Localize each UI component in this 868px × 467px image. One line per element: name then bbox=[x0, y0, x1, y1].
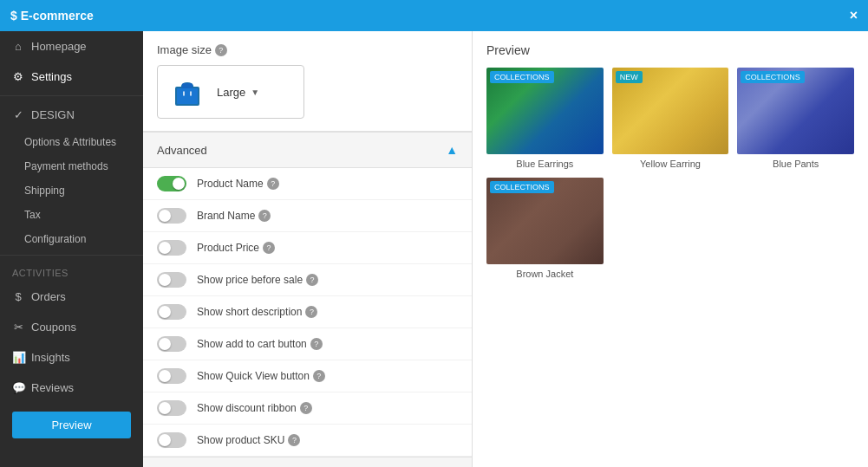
sidebar-label-insights: Insights bbox=[31, 351, 70, 364]
preview-grid: COLLECTIONSBlue EarringsNEWYellow Earrin… bbox=[486, 68, 854, 279]
sidebar-item-homepage[interactable]: ⌂ Homepage bbox=[0, 31, 143, 62]
sidebar-label-payment: Payment methods bbox=[24, 160, 108, 172]
toggle-help-icon-0[interactable]: ? bbox=[267, 178, 279, 190]
sidebar-item-options[interactable]: Options & Attributes bbox=[0, 130, 143, 154]
toggle-row-0: Product Name ? bbox=[143, 168, 472, 200]
home-icon: ⌂ bbox=[12, 40, 24, 53]
toggle-knob-3 bbox=[159, 274, 171, 286]
preview-button[interactable]: Preview bbox=[12, 412, 131, 438]
preview-item-2[interactable]: COLLECTIONSBlue Pants bbox=[737, 68, 854, 169]
sidebar-item-settings[interactable]: ⚙ Settings bbox=[0, 62, 143, 92]
sidebar-label-shipping: Shipping bbox=[24, 185, 65, 197]
toggle-row-3: Show price before sale ? bbox=[143, 264, 472, 296]
toggle-switch-1[interactable] bbox=[157, 208, 186, 224]
toggle-knob-1 bbox=[159, 210, 171, 222]
toggle-switch-7[interactable] bbox=[157, 400, 186, 416]
image-size-label: Image size ? bbox=[157, 43, 458, 56]
toggle-help-icon-8[interactable]: ? bbox=[288, 434, 300, 446]
sidebar-label-settings: Settings bbox=[31, 70, 72, 83]
sidebar-item-orders[interactable]: $ Orders bbox=[0, 282, 143, 312]
toggle-switch-3[interactable] bbox=[157, 272, 186, 288]
toggle-row-5: Show add to cart button ? bbox=[143, 328, 472, 360]
sidebar-divider-1 bbox=[0, 95, 143, 96]
content-area: Image size ? Large ▼ bbox=[143, 31, 868, 467]
preview-image-1: NEW bbox=[612, 68, 729, 154]
dollar-icon: $ bbox=[12, 290, 24, 303]
toggle-help-icon-4[interactable]: ? bbox=[305, 306, 317, 318]
preview-item-0[interactable]: COLLECTIONSBlue Earrings bbox=[486, 68, 604, 169]
toggle-switch-2[interactable] bbox=[157, 240, 186, 256]
coupon-icon: ✂ bbox=[12, 321, 24, 334]
toggle-knob-5 bbox=[159, 338, 171, 350]
toggle-help-icon-6[interactable]: ? bbox=[313, 370, 325, 382]
toggle-knob-4 bbox=[159, 306, 171, 318]
toggle-label-2: Product Price ? bbox=[197, 242, 275, 254]
image-size-dropdown[interactable]: Large ▼ bbox=[217, 86, 259, 99]
dropdown-arrow-icon: ▼ bbox=[251, 88, 259, 97]
toggle-knob-8 bbox=[159, 434, 171, 446]
sidebar-label-homepage: Homepage bbox=[31, 40, 87, 53]
preview-image-0: COLLECTIONS bbox=[486, 68, 604, 154]
sidebar-item-reviews[interactable]: 💬 Reviews bbox=[0, 373, 143, 403]
settings-panel: Image size ? Large ▼ bbox=[143, 31, 473, 467]
advanced-header[interactable]: Advanced ▲ bbox=[143, 132, 472, 168]
toggle-help-icon-2[interactable]: ? bbox=[263, 242, 275, 254]
sidebar-section-activities: Activities bbox=[0, 259, 143, 282]
preview-item-name-1: Yellow Earring bbox=[612, 159, 729, 169]
toggle-row-8: Show product SKU ? bbox=[143, 425, 472, 457]
sidebar-item-payment[interactable]: Payment methods bbox=[0, 154, 143, 178]
toggle-knob-2 bbox=[159, 242, 171, 254]
toggle-row-6: Show Quick View button ? bbox=[143, 360, 472, 392]
preview-item-3[interactable]: COLLECTIONSBrown Jacket bbox=[486, 178, 604, 279]
preview-image-3: COLLECTIONS bbox=[486, 178, 604, 264]
toggle-switch-5[interactable] bbox=[157, 336, 186, 352]
sidebar-item-coupons[interactable]: ✂ Coupons bbox=[0, 312, 143, 342]
sidebar-label-options: Options & Attributes bbox=[24, 136, 116, 148]
toggle-row-1: Brand Name ? bbox=[143, 200, 472, 232]
toggle-label-8: Show product SKU ? bbox=[197, 434, 300, 446]
chart-icon: 📊 bbox=[12, 351, 24, 364]
toggle-switch-4[interactable] bbox=[157, 304, 186, 320]
sidebar-label-design: DESIGN bbox=[31, 108, 75, 121]
toggle-switch-8[interactable] bbox=[157, 432, 186, 448]
toggle-switch-6[interactable] bbox=[157, 368, 186, 384]
toggle-help-icon-7[interactable]: ? bbox=[300, 402, 312, 414]
toggle-knob-0 bbox=[173, 178, 185, 190]
toggle-row-4: Show short description ? bbox=[143, 296, 472, 328]
app-title: $ E-commerce bbox=[10, 9, 94, 23]
toggle-row-2: Product Price ? bbox=[143, 232, 472, 264]
toggle-label-7: Show discount ribbon ? bbox=[197, 402, 312, 414]
toggle-label-3: Show price before sale ? bbox=[197, 274, 318, 286]
preview-item-1[interactable]: NEWYellow Earring bbox=[612, 68, 729, 169]
gear-icon: ⚙ bbox=[12, 70, 24, 83]
sidebar-item-shipping[interactable]: Shipping bbox=[0, 178, 143, 203]
toggle-switch-0[interactable] bbox=[157, 176, 186, 191]
preview-title: Preview bbox=[486, 43, 854, 57]
bag-icon bbox=[170, 75, 205, 109]
sidebar-item-tax[interactable]: Tax bbox=[0, 203, 143, 227]
preview-badge-0: COLLECTIONS bbox=[490, 71, 554, 83]
preview-badge-3: COLLECTIONS bbox=[490, 181, 554, 193]
toggle-help-icon-1[interactable]: ? bbox=[258, 210, 271, 222]
sidebar-label-orders: Orders bbox=[31, 290, 66, 303]
preview-image-2: COLLECTIONS bbox=[737, 68, 854, 154]
preview-badge-1: NEW bbox=[616, 71, 643, 83]
advanced-title: Advanced bbox=[157, 144, 207, 157]
sidebar-item-configuration[interactable]: Configuration bbox=[0, 227, 143, 251]
toggle-label-4: Show short description ? bbox=[197, 306, 317, 318]
preview-badge-2: COLLECTIONS bbox=[741, 71, 805, 83]
preview-panel: Preview COLLECTIONSBlue EarringsNEWYello… bbox=[473, 31, 868, 467]
toggle-label-1: Brand Name ? bbox=[197, 210, 271, 222]
sidebar-section-design: ✓ DESIGN bbox=[0, 100, 143, 130]
close-button[interactable]: × bbox=[850, 8, 858, 23]
svg-rect-2 bbox=[177, 88, 198, 104]
toggle-knob-6 bbox=[159, 370, 171, 382]
sidebar-item-insights[interactable]: 📊 Insights bbox=[0, 342, 143, 373]
image-size-section: Image size ? Large ▼ bbox=[143, 31, 472, 132]
check-icon: ✓ bbox=[12, 108, 24, 121]
toggle-help-icon-3[interactable]: ? bbox=[306, 274, 318, 286]
image-size-help-icon[interactable]: ? bbox=[215, 44, 227, 56]
preview-item-name-2: Blue Pants bbox=[737, 159, 854, 169]
toggle-help-icon-5[interactable]: ? bbox=[310, 338, 323, 350]
toggle-label-6: Show Quick View button ? bbox=[197, 370, 325, 382]
